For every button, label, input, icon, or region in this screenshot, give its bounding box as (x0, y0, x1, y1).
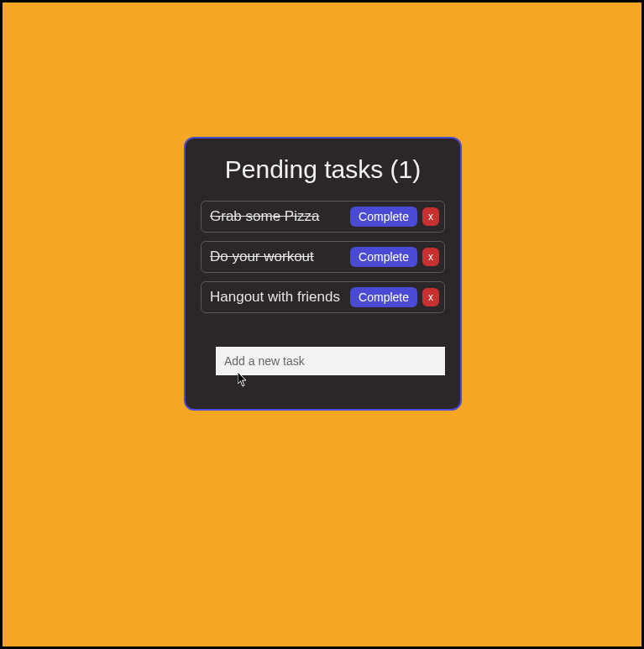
page-title: Pending tasks (1) (201, 155, 445, 184)
task-actions: Complete x (350, 247, 439, 267)
task-text: Hangout with friends (210, 289, 350, 306)
pending-count: 1 (399, 155, 413, 183)
task-card: Pending tasks (1) Grab some Pizza Comple… (184, 137, 462, 411)
title-text: Pending tasks (225, 155, 383, 183)
complete-button[interactable]: Complete (350, 207, 417, 227)
task-text: Grab some Pizza (210, 208, 350, 225)
complete-button[interactable]: Complete (350, 287, 417, 307)
delete-button[interactable]: x (422, 248, 439, 266)
delete-button[interactable]: x (422, 207, 439, 226)
task-text: Do your workout (210, 249, 350, 265)
delete-button[interactable]: x (422, 288, 439, 306)
task-row: Do your workout Complete x (201, 241, 445, 273)
task-row: Grab some Pizza Complete x (201, 201, 445, 233)
complete-button[interactable]: Complete (350, 247, 417, 267)
task-actions: Complete x (350, 287, 439, 307)
new-task-input[interactable] (216, 347, 445, 375)
input-wrapper (201, 347, 445, 375)
task-list: Grab some Pizza Complete x Do your worko… (201, 201, 445, 313)
task-actions: Complete x (350, 207, 439, 227)
task-row: Hangout with friends Complete x (201, 281, 445, 313)
